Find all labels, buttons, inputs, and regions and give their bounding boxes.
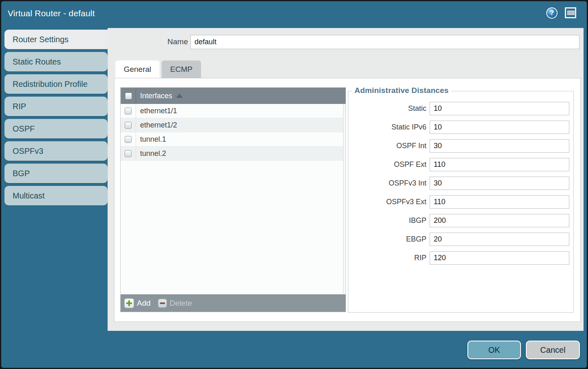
- rip-label: RIP: [348, 254, 426, 262]
- ebgp-label: EBGP: [348, 235, 426, 244]
- general-tab-content: Interfaces ethernet1/1 ethernet1/2 tunne…: [114, 78, 581, 322]
- select-all-checkbox[interactable]: [125, 93, 132, 99]
- delete-icon: [158, 299, 167, 308]
- field-row-rip: RIP: [348, 251, 573, 265]
- titlebar: Virtual Router - default ?: [1, 1, 587, 28]
- sidebar-item-multicast[interactable]: Multicast: [4, 186, 108, 205]
- ospf-ext-label: OSPF Ext: [348, 160, 426, 169]
- table-row[interactable]: tunnel.2: [121, 147, 346, 161]
- static-ipv6-label: Static IPv6: [348, 123, 426, 132]
- sort-ascending-icon[interactable]: [176, 94, 183, 98]
- field-row-ospf-int: OSPF Int: [348, 139, 573, 153]
- table-row[interactable]: tunnel.1: [121, 132, 346, 147]
- ebgp-input[interactable]: [430, 233, 569, 246]
- field-row-static-ipv6: Static IPv6: [348, 121, 573, 134]
- delete-button: Delete: [170, 299, 192, 308]
- row-checkbox-cell: [121, 104, 136, 118]
- table-row[interactable]: ethernet1/2: [121, 118, 346, 132]
- name-input[interactable]: [190, 35, 579, 49]
- ospf-ext-input[interactable]: [430, 158, 569, 171]
- interfaces-table: Interfaces ethernet1/1 ethernet1/2 tunne…: [120, 87, 346, 312]
- ibgp-label: IBGP: [348, 216, 426, 225]
- table-row[interactable]: ethernet1/1: [121, 104, 346, 118]
- interface-name: tunnel.1: [140, 135, 166, 144]
- ok-button[interactable]: OK: [467, 341, 521, 359]
- static-ipv6-input[interactable]: [430, 121, 569, 134]
- select-all-cell: [121, 88, 136, 104]
- ospfv3-int-label: OSPFv3 Int: [348, 179, 426, 188]
- field-row-ebgp: EBGP: [348, 233, 573, 246]
- virtual-router-dialog: Virtual Router - default ? Router Settin…: [0, 0, 588, 369]
- sidebar-item-rip[interactable]: RIP: [4, 97, 108, 116]
- row-checkbox-cell: [121, 147, 136, 160]
- sidebar: Router Settings Static Routes Redistribu…: [4, 30, 108, 208]
- static-input[interactable]: [430, 102, 569, 115]
- row-checkbox[interactable]: [125, 108, 132, 114]
- ospfv3-ext-input[interactable]: [430, 195, 569, 209]
- interfaces-table-header: Interfaces: [121, 88, 346, 104]
- sidebar-item-redistribution-profile[interactable]: Redistribution Profile: [4, 74, 108, 94]
- name-label: Name: [139, 37, 188, 46]
- interface-name: ethernet1/1: [140, 107, 177, 115]
- field-row-ospfv3-int: OSPFv3 Int: [348, 177, 573, 190]
- rip-input[interactable]: [430, 251, 569, 265]
- tab-general[interactable]: General: [115, 60, 160, 78]
- row-checkbox[interactable]: [125, 136, 132, 143]
- interfaces-table-body: ethernet1/1 ethernet1/2 tunnel.1 tunnel.…: [121, 104, 346, 294]
- interface-name: tunnel.2: [140, 149, 166, 158]
- sidebar-item-ospf[interactable]: OSPF: [4, 119, 108, 138]
- sidebar-item-ospfv3[interactable]: OSPFv3: [4, 141, 108, 161]
- cancel-button[interactable]: Cancel: [526, 341, 580, 359]
- field-row-static: Static: [348, 102, 573, 115]
- add-button[interactable]: Add: [137, 299, 151, 308]
- interface-name: ethernet1/2: [140, 121, 177, 129]
- sidebar-item-bgp[interactable]: BGP: [4, 164, 108, 183]
- static-label: Static: [348, 104, 426, 113]
- ospf-int-label: OSPF Int: [348, 142, 426, 150]
- sidebar-item-router-settings[interactable]: Router Settings: [4, 30, 108, 49]
- table-scrollbar[interactable]: [343, 104, 346, 294]
- ibgp-input[interactable]: [430, 214, 569, 227]
- row-checkbox-cell: [121, 132, 136, 146]
- help-icon[interactable]: ?: [546, 7, 558, 19]
- row-checkbox[interactable]: [125, 150, 132, 157]
- ospfv3-ext-label: OSPFv3 Ext: [348, 198, 426, 206]
- ospf-int-input[interactable]: [430, 139, 569, 153]
- admin-distance-fields: Static Static IPv6 OSPF Int OSPF Ext OSP…: [348, 102, 573, 270]
- interfaces-table-footer: Add Delete: [121, 294, 346, 312]
- sidebar-item-static-routes[interactable]: Static Routes: [4, 52, 108, 71]
- add-icon[interactable]: [124, 298, 134, 308]
- ospfv3-int-input[interactable]: [430, 177, 569, 190]
- interfaces-column-header[interactable]: Interfaces: [140, 92, 172, 100]
- tab-ecmp[interactable]: ECMP: [162, 60, 201, 78]
- dialog-title: Virtual Router - default: [8, 9, 95, 18]
- fieldset-legend: Administrative Distances: [352, 86, 451, 95]
- row-checkbox-cell: [121, 118, 136, 132]
- field-row-ospfv3-ext: OSPFv3 Ext: [348, 195, 573, 209]
- field-row-ospf-ext: OSPF Ext: [348, 158, 573, 171]
- window-restore-icon[interactable]: [565, 7, 576, 18]
- row-checkbox[interactable]: [125, 122, 132, 129]
- administrative-distances-fieldset: Administrative Distances Static Static I…: [348, 91, 574, 313]
- field-row-ibgp: IBGP: [348, 214, 573, 227]
